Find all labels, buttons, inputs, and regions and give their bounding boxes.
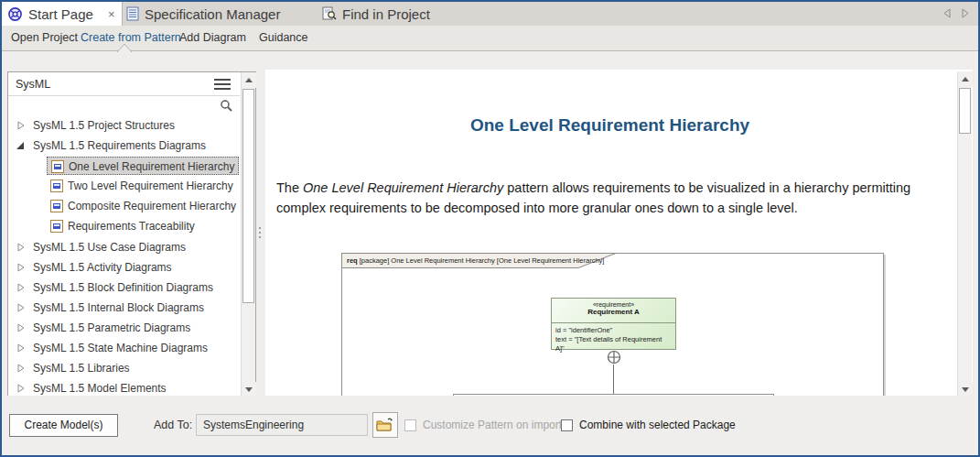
tab-start-page[interactable]: Start Page × (2, 2, 123, 26)
expand-icon[interactable] (17, 121, 25, 130)
scrollbar-thumb[interactable] (959, 88, 971, 134)
expand-icon[interactable] (17, 263, 25, 272)
pattern-preview-panel: One Level Requirement Hierarchy The One … (265, 70, 973, 397)
tree-item-block-definition-diagrams[interactable]: SysML 1.5 Block Definition Diagrams (8, 277, 240, 298)
start-page-menu: Open Project Create from Pattern Add Dia… (2, 26, 978, 51)
tree-item-label: SysML 1.5 Internal Block Diagrams (33, 301, 204, 314)
technology-header: SysML (8, 72, 240, 96)
close-icon[interactable]: × (108, 7, 115, 21)
nesting-connector-icon (607, 350, 621, 365)
requirement-header: «requirement» Requirement A (552, 299, 675, 323)
tree-item-activity-diagrams[interactable]: SysML 1.5 Activity Diagrams (8, 257, 240, 277)
menu-add-diagram[interactable]: Add Diagram (179, 31, 246, 44)
tree-scrollbar[interactable] (241, 72, 255, 397)
requirement-element: «requirement» Requirement A id = "identi… (551, 298, 676, 350)
expand-icon[interactable] (17, 364, 25, 373)
tree-item-label: SysML 1.5 State Machine Diagrams (33, 342, 208, 354)
scroll-up-button[interactable] (958, 71, 973, 87)
find-in-project-icon (322, 6, 337, 21)
tree-item-label: Two Level Requirement Hierarchy (68, 180, 233, 192)
element-name: Requirement A (552, 308, 675, 316)
tab-scroll-arrows (943, 8, 969, 18)
panel-splitter[interactable] (259, 227, 262, 241)
application-window: Start Page × Specification Manager Find … (0, 0, 980, 457)
tree-item-state-machine-diagrams[interactable]: SysML 1.5 State Machine Diagrams (8, 338, 240, 358)
pattern-browser-panel: SysML SysML 1.5 Project Structures SysML… (7, 71, 256, 398)
tree-item-label: Requirements Traceability (68, 220, 195, 233)
tab-specification-manager[interactable]: Specification Manager (126, 2, 280, 26)
customize-pattern-label: Customize Pattern on import (423, 419, 562, 431)
start-page-icon (7, 6, 23, 22)
connector-line (613, 365, 614, 394)
pattern-icon (51, 160, 64, 173)
tree-item-label: One Level Requirement Hierarchy (69, 160, 234, 173)
pattern-description: The One Level Requirement Hierarchy patt… (276, 178, 932, 218)
tab-label: Find in Project (342, 6, 430, 22)
tree-item-label: SysML 1.5 Project Structures (33, 119, 175, 132)
expand-icon[interactable] (17, 343, 25, 353)
tree-item-requirements-diagrams[interactable]: SysML 1.5 Requirements Diagrams (8, 136, 240, 156)
nav-back-icon[interactable] (943, 8, 951, 18)
frame-label-rest: [package] One Level Requirement Hierarch… (358, 256, 605, 265)
browse-package-button[interactable] (372, 412, 398, 438)
tree-item-label: SysML 1.5 Libraries (33, 362, 130, 375)
tab-label: Start Page (28, 6, 93, 22)
customize-pattern-checkbox (404, 419, 416, 431)
frame-keyword: req (347, 256, 358, 265)
tree-item-libraries[interactable]: SysML 1.5 Libraries (8, 358, 240, 378)
create-models-button[interactable]: Create Model(s) (9, 414, 118, 437)
tree-item-use-case-diagrams[interactable]: SysML 1.5 Use Case Diagrams (8, 237, 240, 257)
pattern-icon (50, 180, 63, 192)
menu-open-project[interactable]: Open Project (11, 31, 78, 44)
technology-name: SysML (16, 78, 50, 91)
pattern-icon (50, 200, 63, 212)
expand-icon[interactable] (17, 283, 25, 292)
spec-manager-icon (126, 6, 139, 21)
tree-item-label: SysML 1.5 Requirements Diagrams (33, 139, 206, 152)
tab-find-in-project[interactable]: Find in Project (322, 2, 430, 26)
tree-item-label: SysML 1.5 Use Case Diagrams (33, 241, 186, 254)
expand-icon[interactable] (17, 303, 25, 312)
search-row[interactable] (8, 96, 240, 115)
pattern-icon (50, 220, 63, 233)
active-menu-notch (117, 44, 132, 52)
tree-item-project-structures[interactable]: SysML 1.5 Project Structures (8, 115, 240, 136)
add-to-field[interactable]: SystemsEngineering (196, 414, 368, 436)
combine-package-label: Combine with selected Package (579, 419, 736, 431)
folder-icon (376, 417, 394, 433)
tree-item-two-level-requirement-hierarchy[interactable]: Two Level Requirement Hierarchy (47, 177, 239, 195)
scrollbar-thumb[interactable] (242, 89, 254, 303)
attribute-line: id = "identifierOne" (555, 326, 672, 335)
hamburger-menu-icon[interactable] (214, 79, 231, 92)
expand-icon[interactable] (17, 384, 25, 393)
search-icon[interactable] (220, 99, 232, 112)
collapse-icon[interactable] (16, 142, 24, 149)
add-to-label: Add To: (154, 419, 192, 431)
pattern-title: One Level Requirement Hierarchy (265, 115, 954, 136)
menu-create-from-pattern[interactable]: Create from Pattern (81, 31, 181, 44)
tree-item-label: SysML 1.5 Parametric Diagrams (33, 321, 190, 334)
preview-scrollbar[interactable] (957, 71, 972, 397)
tree-item-label: SysML 1.5 Block Definition Diagrams (33, 281, 213, 294)
footer-bar: Create Model(s) Add To: SystemsEngineeri… (2, 396, 978, 455)
description-text: The (276, 180, 303, 195)
tree-item-label: Composite Requirement Hierarchy (68, 200, 236, 212)
expand-icon[interactable] (17, 243, 25, 252)
tree-item-label: SysML 1.5 Activity Diagrams (33, 261, 172, 274)
tree-item-one-level-requirement-hierarchy[interactable]: One Level Requirement Hierarchy (47, 157, 239, 175)
expand-icon[interactable] (17, 323, 25, 332)
frame-label: req [package] One Level Requirement Hier… (347, 256, 604, 265)
tab-label: Specification Manager (145, 6, 280, 22)
stereotype-label: «requirement» (552, 301, 675, 308)
description-italic-text: One Level Requirement Hierarchy (303, 180, 503, 195)
menu-guidance[interactable]: Guidance (259, 31, 308, 44)
diagram-frame: req [package] One Level Requirement Hier… (341, 253, 884, 397)
tree-item-composite-requirement-hierarchy[interactable]: Composite Requirement Hierarchy (47, 197, 239, 215)
tree-item-label: SysML 1.5 Model Elements (33, 382, 167, 395)
combine-package-checkbox[interactable] (561, 419, 573, 431)
tree-item-internal-block-diagrams[interactable]: SysML 1.5 Internal Block Diagrams (8, 298, 240, 318)
scroll-up-button[interactable] (242, 72, 256, 88)
tree-item-requirements-traceability[interactable]: Requirements Traceability (47, 217, 239, 235)
tree-item-parametric-diagrams[interactable]: SysML 1.5 Parametric Diagrams (8, 318, 240, 338)
nav-forward-icon[interactable] (962, 8, 969, 18)
